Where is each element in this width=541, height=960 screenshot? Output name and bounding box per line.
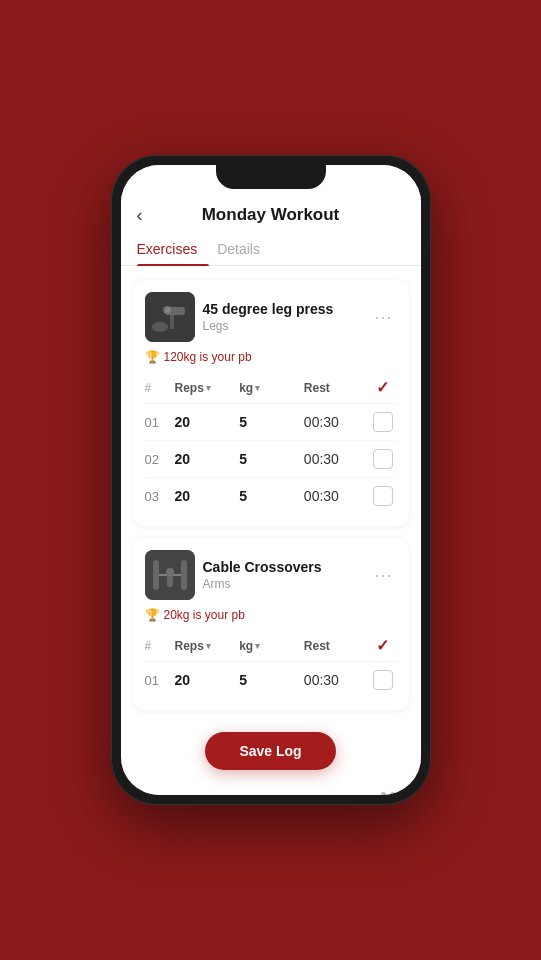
col-header-reps: Reps ▾ — [175, 639, 240, 653]
svg-point-4 — [163, 306, 171, 314]
back-button[interactable]: ‹ — [137, 205, 143, 226]
svg-rect-11 — [167, 575, 173, 587]
trophy-icon: 🏆 — [145, 608, 160, 622]
svg-rect-6 — [153, 560, 159, 590]
set-row: 01 20 5 00:30 — [145, 404, 397, 441]
col-header-check: ✓ — [369, 378, 397, 397]
sets-header-row: # Reps ▾ kg ▾ Rest ✓ — [145, 374, 397, 404]
thumb-svg — [145, 292, 195, 342]
exercise-header: 45 degree leg press Legs ··· — [145, 292, 397, 342]
col-header-num: # — [145, 639, 175, 653]
dot — [399, 792, 404, 795]
exercise-muscle: Arms — [203, 577, 363, 591]
set-checkbox[interactable] — [373, 670, 393, 690]
exercise-thumbnail — [145, 292, 195, 342]
notch — [216, 165, 326, 189]
bottom-nav — [121, 780, 421, 795]
set-reps[interactable]: 20 — [175, 414, 240, 430]
col-header-kg: kg ▾ — [239, 639, 304, 653]
set-check — [369, 449, 397, 469]
set-check — [369, 486, 397, 506]
set-row: 02 20 5 00:30 — [145, 441, 397, 478]
reps-chevron-icon[interactable]: ▾ — [206, 641, 211, 651]
sets-table: # Reps ▾ kg ▾ Rest ✓ — [145, 374, 397, 514]
col-header-kg: kg ▾ — [239, 381, 304, 395]
set-checkbox[interactable] — [373, 449, 393, 469]
tab-details[interactable]: Details — [217, 233, 272, 265]
exercise-muscle: Legs — [203, 319, 363, 333]
reps-chevron-icon[interactable]: ▾ — [206, 383, 211, 393]
exercise-name: Cable Crossovers — [203, 559, 363, 575]
exercise-info: 45 degree leg press Legs — [195, 301, 371, 333]
pb-text: 120kg is your pb — [164, 350, 252, 364]
set-checkbox[interactable] — [373, 412, 393, 432]
set-reps[interactable]: 20 — [175, 488, 240, 504]
exercise-header: Cable Crossovers Arms ··· — [145, 550, 397, 600]
thumb-svg — [145, 550, 195, 600]
kg-chevron-icon[interactable]: ▾ — [255, 641, 260, 651]
exercise-card-cable: Cable Crossovers Arms ··· 🏆 20kg is your… — [133, 538, 409, 710]
pb-badge: 🏆 20kg is your pb — [145, 608, 397, 622]
set-kg[interactable]: 5 — [239, 451, 304, 467]
set-row: 01 20 5 00:30 — [145, 662, 397, 698]
exercise-card-leg-press: 45 degree leg press Legs ··· 🏆 120kg is … — [133, 280, 409, 526]
set-number: 01 — [145, 673, 175, 688]
set-kg[interactable]: 5 — [239, 488, 304, 504]
sets-table: # Reps ▾ kg ▾ Rest ✓ — [145, 632, 397, 698]
set-number: 03 — [145, 489, 175, 504]
trophy-icon: 🏆 — [145, 350, 160, 364]
check-all-icon[interactable]: ✓ — [376, 636, 389, 655]
more-options-button[interactable]: ··· — [370, 561, 396, 590]
kg-chevron-icon[interactable]: ▾ — [255, 383, 260, 393]
set-row: 03 20 5 00:30 — [145, 478, 397, 514]
pb-badge: 🏆 120kg is your pb — [145, 350, 397, 364]
svg-rect-3 — [170, 314, 174, 329]
more-options-button[interactable]: ··· — [370, 303, 396, 332]
set-rest: 00:30 — [304, 488, 369, 504]
thumb-image — [145, 292, 195, 342]
col-header-num: # — [145, 381, 175, 395]
col-header-rest: Rest — [304, 639, 369, 653]
set-number: 01 — [145, 415, 175, 430]
set-kg[interactable]: 5 — [239, 672, 304, 688]
set-reps[interactable]: 20 — [175, 451, 240, 467]
col-header-rest: Rest — [304, 381, 369, 395]
screen: ‹ Monday Workout Exercises Details — [121, 165, 421, 795]
set-checkbox[interactable] — [373, 486, 393, 506]
set-rest: 00:30 — [304, 414, 369, 430]
save-log-container: Save Log — [121, 722, 421, 780]
page-title: Monday Workout — [202, 205, 340, 225]
grid-dots-icon[interactable] — [381, 792, 405, 795]
tabs-bar: Exercises Details — [121, 233, 421, 266]
exercise-info: Cable Crossovers Arms — [195, 559, 371, 591]
thumb-image — [145, 550, 195, 600]
col-header-reps: Reps ▾ — [175, 381, 240, 395]
pb-text: 20kg is your pb — [164, 608, 245, 622]
exercise-thumbnail — [145, 550, 195, 600]
svg-rect-7 — [181, 560, 187, 590]
phone-frame: ‹ Monday Workout Exercises Details — [111, 155, 431, 805]
dot — [390, 792, 395, 795]
set-rest: 00:30 — [304, 672, 369, 688]
set-number: 02 — [145, 452, 175, 467]
svg-point-1 — [152, 322, 168, 332]
header: ‹ Monday Workout — [121, 195, 421, 233]
dot — [381, 792, 386, 795]
check-all-icon[interactable]: ✓ — [376, 378, 389, 397]
tab-exercises[interactable]: Exercises — [137, 233, 210, 265]
set-rest: 00:30 — [304, 451, 369, 467]
set-check — [369, 412, 397, 432]
set-reps[interactable]: 20 — [175, 672, 240, 688]
col-header-check: ✓ — [369, 636, 397, 655]
save-log-button[interactable]: Save Log — [205, 732, 335, 770]
phone-screen: ‹ Monday Workout Exercises Details — [121, 165, 421, 795]
sets-header-row: # Reps ▾ kg ▾ Rest ✓ — [145, 632, 397, 662]
exercise-name: 45 degree leg press — [203, 301, 363, 317]
set-kg[interactable]: 5 — [239, 414, 304, 430]
svg-point-10 — [166, 568, 174, 576]
set-check — [369, 670, 397, 690]
